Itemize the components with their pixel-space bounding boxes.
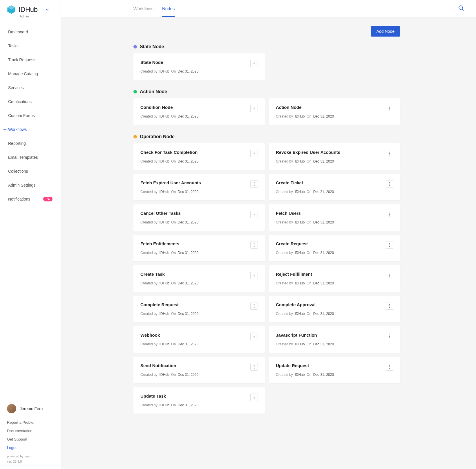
node-card[interactable]: Create TaskCreated by IDHub On Dec 31, 2… xyxy=(133,265,265,292)
card-title: Webhook xyxy=(140,333,198,338)
kebab-menu-icon[interactable] xyxy=(250,60,258,67)
sidebar-item-admin-settings[interactable]: Admin Settings xyxy=(0,178,61,192)
kebab-menu-icon[interactable] xyxy=(386,333,393,340)
node-card[interactable]: Create RequestCreated by IDHub On Dec 31… xyxy=(269,235,400,261)
node-card[interactable]: State NodeCreated by IDHub On Dec 31, 20… xyxy=(133,53,265,80)
sidebar-item-track-requests[interactable]: Track Requests xyxy=(0,53,61,67)
kebab-menu-icon[interactable] xyxy=(250,105,258,112)
node-card[interactable]: Complete ApprovalCreated by IDHub On Dec… xyxy=(269,296,400,322)
footer-link-get-support[interactable]: Get Support xyxy=(7,437,54,441)
kebab-menu-icon[interactable] xyxy=(386,302,393,310)
kebab-menu-icon[interactable] xyxy=(250,333,258,340)
svg-point-41 xyxy=(389,275,390,276)
footer-link-logout[interactable]: Logout xyxy=(7,445,54,450)
node-card[interactable]: Revoke Expired User AccountsCreated by I… xyxy=(269,143,400,170)
svg-point-62 xyxy=(254,397,255,398)
svg-point-44 xyxy=(254,306,255,306)
topbar: WorkflowsNodes xyxy=(61,0,476,17)
card-meta: Created by IDHub On Dec 31, 2020 xyxy=(140,114,198,118)
svg-point-12 xyxy=(389,110,390,111)
kebab-menu-icon[interactable] xyxy=(250,180,258,188)
kebab-menu-icon[interactable] xyxy=(250,150,258,157)
card-meta: Created by IDHub On Dec 31, 2020 xyxy=(276,281,334,285)
node-card[interactable]: Fetch EntitlementsCreated by IDHub On De… xyxy=(133,235,265,261)
card-meta: Created by IDHub On Dec 31, 2020 xyxy=(276,312,334,316)
sidebar-item-manage-catalog[interactable]: Manage Catalog xyxy=(0,67,61,81)
sidebar-item-notifications[interactable]: Notifications74 xyxy=(0,192,61,206)
node-card[interactable]: Update TaskCreated by IDHub On Dec 31, 2… xyxy=(133,387,265,414)
svg-point-29 xyxy=(389,214,390,215)
node-card[interactable]: Check For Task CompletionCreated by IDHu… xyxy=(133,143,265,170)
node-card[interactable]: WebhookCreated by IDHub On Dec 31, 2020 xyxy=(133,326,265,353)
node-card[interactable]: Create TicketCreated by IDHub On Dec 31,… xyxy=(269,174,400,200)
card-meta: Created by IDHub On Dec 31, 2020 xyxy=(140,190,201,194)
kebab-menu-icon[interactable] xyxy=(250,394,258,401)
sidebar-item-custom-forms[interactable]: Custom Forms xyxy=(0,109,61,122)
card-meta: Created by IDHub On Dec 31, 2020 xyxy=(276,373,334,377)
node-card[interactable]: Condition NodeCreated by IDHub On Dec 31… xyxy=(133,98,265,125)
node-card[interactable]: Complete RequestCreated by IDHub On Dec … xyxy=(133,296,265,322)
node-card[interactable]: Javascript FunctionCreated by IDHub On D… xyxy=(269,326,400,353)
sidebar-item-label: Custom Forms xyxy=(8,113,35,118)
node-card[interactable]: Fetch UsersCreated by IDHub On Dec 31, 2… xyxy=(269,204,400,231)
tab-workflows[interactable]: Workflows xyxy=(133,0,153,17)
kebab-menu-icon[interactable] xyxy=(250,211,258,218)
card-meta: Created by IDHub On Dec 31, 2020 xyxy=(276,190,334,194)
kebab-menu-icon[interactable] xyxy=(250,302,258,310)
card-title: State Node xyxy=(140,60,198,65)
node-card[interactable]: Update RequestCreated by IDHub On Dec 31… xyxy=(269,357,400,383)
user-row[interactable]: Jerome Fern xyxy=(7,404,54,413)
action-dot-icon xyxy=(133,90,137,93)
card-meta: Created by IDHub On Dec 31, 2020 xyxy=(140,251,198,255)
node-card[interactable]: Fetch Expired User AccountsCreated by ID… xyxy=(133,174,265,200)
svg-point-43 xyxy=(254,304,255,305)
sidebar-item-tasks[interactable]: Tasks xyxy=(0,39,61,53)
powered-by: powered by sath xyxy=(7,454,54,458)
kebab-menu-icon[interactable] xyxy=(386,272,393,279)
sidebar-item-email-templates[interactable]: Email Templates xyxy=(0,150,61,164)
sidebar-item-certifications[interactable]: Certifications xyxy=(0,95,61,109)
search-icon[interactable] xyxy=(458,5,464,12)
kebab-menu-icon[interactable] xyxy=(386,180,393,188)
svg-point-60 xyxy=(389,368,390,369)
section-state: State NodeState NodeCreated by IDHub On … xyxy=(133,44,400,80)
version: ver. 23.3.0 xyxy=(7,460,54,463)
operation-dot-icon xyxy=(133,135,137,138)
logo[interactable]: IDHub xyxy=(0,0,61,16)
tab-nodes[interactable]: Nodes xyxy=(162,0,175,17)
svg-point-50 xyxy=(254,336,255,337)
svg-point-35 xyxy=(389,245,390,246)
kebab-menu-icon[interactable] xyxy=(386,241,393,249)
kebab-menu-icon[interactable] xyxy=(250,241,258,249)
logo-icon xyxy=(7,5,16,14)
kebab-menu-icon[interactable] xyxy=(250,272,258,279)
section-action: Action NodeCondition NodeCreated by IDHu… xyxy=(133,89,400,125)
svg-point-8 xyxy=(254,108,255,109)
svg-point-6 xyxy=(254,65,255,66)
caret-down-icon[interactable] xyxy=(46,7,49,12)
footer-link-report-a-problem[interactable]: Report a Problem xyxy=(7,420,54,425)
kebab-menu-icon[interactable] xyxy=(386,150,393,157)
sidebar-item-reporting[interactable]: Reporting xyxy=(0,136,61,150)
sidebar-item-collections[interactable]: Collections xyxy=(0,164,61,178)
node-card[interactable]: Cancel Other TasksCreated by IDHub On De… xyxy=(133,204,265,231)
kebab-menu-icon[interactable] xyxy=(386,363,393,371)
footer-link-documentation[interactable]: Documentation xyxy=(7,429,54,433)
kebab-menu-icon[interactable] xyxy=(386,105,393,112)
add-node-button[interactable]: Add Node xyxy=(371,26,400,37)
card-meta: Created by IDHub On Dec 31, 2020 xyxy=(140,281,198,285)
sidebar-item-dashboard[interactable]: Dashboard xyxy=(0,25,61,39)
svg-point-37 xyxy=(254,274,255,275)
node-card[interactable]: Action NodeCreated by IDHub On Dec 31, 2… xyxy=(269,98,400,125)
node-card[interactable]: Reject FulfillmentCreated by IDHub On De… xyxy=(269,265,400,292)
node-card[interactable]: Send NotificationCreated by IDHub On Dec… xyxy=(133,357,265,383)
sidebar-item-services[interactable]: Services xyxy=(0,81,61,95)
svg-point-32 xyxy=(254,245,255,246)
kebab-menu-icon[interactable] xyxy=(250,363,258,371)
svg-point-39 xyxy=(254,277,255,277)
card-meta: Created by IDHub On Dec 31, 2020 xyxy=(140,69,198,73)
logo-text: IDHub xyxy=(19,6,38,14)
svg-point-5 xyxy=(254,63,255,64)
sidebar-item-workflows[interactable]: Workflows xyxy=(0,122,61,136)
kebab-menu-icon[interactable] xyxy=(386,211,393,218)
